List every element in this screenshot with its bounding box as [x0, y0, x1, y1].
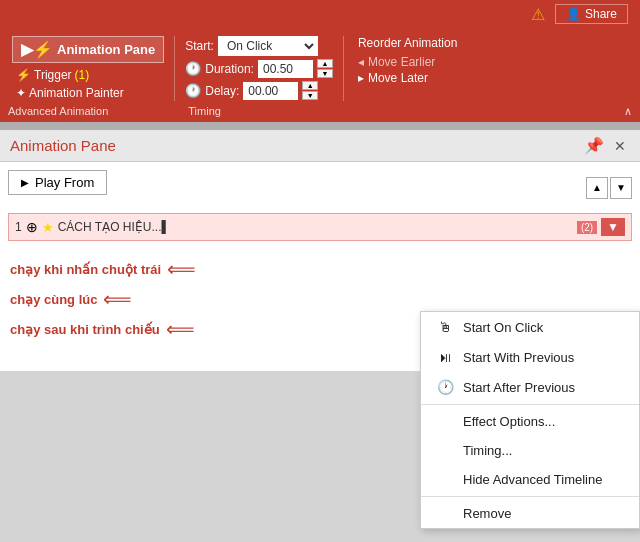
annotation-text-2: chạy cùng lúc — [10, 292, 97, 307]
animation-pane-icon: ▶⚡ — [21, 40, 53, 59]
reorder-title: Reorder Animation — [358, 36, 457, 50]
annotation-row-2: chạy cùng lúc ⟸ — [10, 287, 630, 311]
annotation-arrow-2: ⟸ — [103, 287, 132, 311]
duration-down[interactable]: ▼ — [317, 69, 333, 78]
play-icon: ▶ — [21, 177, 29, 188]
annotation-text-3: chạy sau khi trình chiếu — [10, 322, 160, 337]
start-select[interactable]: On Click — [218, 36, 318, 56]
item-dropdown-button[interactable]: ▼ — [601, 218, 625, 236]
delay-down[interactable]: ▼ — [302, 91, 318, 100]
share-person-icon: 👤 — [566, 7, 581, 21]
menu-hide-timeline-label: Hide Advanced Timeline — [463, 472, 602, 487]
menu-timing-label: Timing... — [463, 443, 512, 458]
annotation-text-1: chạy khi nhấn chuột trái — [10, 262, 161, 277]
move-down-button[interactable]: ▼ — [610, 177, 632, 199]
item-text: CÁCH TẠO HIỆU...▌ — [58, 220, 577, 234]
menu-click-icon: 🖱 — [435, 319, 455, 335]
menu-item-hide-timeline[interactable]: Hide Advanced Timeline — [421, 465, 639, 494]
share-label: Share — [585, 7, 617, 21]
menu-divider-2 — [421, 496, 639, 497]
animation-painter-label: Animation Painter — [29, 86, 124, 100]
delay-label: Delay: — [205, 84, 239, 98]
menu-item-timing[interactable]: Timing... — [421, 436, 639, 465]
move-earlier-icon: ◂ — [358, 55, 364, 69]
annotations-area: chạy khi nhấn chuột trái ⟸ chạy cùng lúc… — [0, 251, 640, 371]
item-badge: (2) — [577, 221, 597, 234]
menu-item-remove[interactable]: Remove — [421, 499, 639, 528]
menu-item-start-with-previous[interactable]: ⏯ Start With Previous — [421, 342, 639, 372]
animation-item: 1 ⊕ ★ CÁCH TẠO HIỆU...▌ (2) ▼ — [8, 213, 632, 241]
move-later-button[interactable]: ▸ Move Later — [358, 70, 428, 86]
reorder-arrows: ▲ ▼ — [586, 177, 632, 199]
close-panel-button[interactable]: ✕ — [610, 138, 630, 154]
delay-icon: 🕐 — [185, 83, 201, 98]
ribbon-divider-1 — [174, 36, 175, 101]
menu-start-after-previous-label: Start After Previous — [463, 380, 575, 395]
app-window: ⚠ 👤 Share ▶⚡ Animation Pane ⚡ Trigger (1… — [0, 0, 640, 542]
section-labels: Advanced Animation Timing ∧ — [0, 105, 640, 122]
menu-with-prev-icon: ⏯ — [435, 349, 455, 365]
animation-painter-button[interactable]: ✦ Animation Painter — [12, 85, 128, 101]
animation-pane-button[interactable]: ▶⚡ Animation Pane — [12, 36, 164, 63]
menu-start-on-click-label: Start On Click — [463, 320, 543, 335]
menu-remove-label: Remove — [463, 506, 511, 521]
move-earlier-button[interactable]: ◂ Move Earlier — [358, 54, 435, 70]
play-from-label: Play From — [35, 175, 94, 190]
delay-up[interactable]: ▲ — [302, 81, 318, 90]
play-from-row: ▶ Play From ▲ ▼ — [8, 170, 632, 205]
panel-title: Animation Pane — [10, 137, 116, 154]
move-earlier-label: Move Earlier — [368, 55, 435, 69]
reorder-section: Reorder Animation ◂ Move Earlier ▸ Move … — [348, 32, 467, 90]
annotation-arrow-1: ⟸ — [167, 257, 196, 281]
animation-pane-section: ▶⚡ Animation Pane ⚡ Trigger (1) ✦ Animat… — [6, 32, 170, 105]
move-later-label: Move Later — [368, 71, 428, 85]
duration-spinner[interactable]: ▲ ▼ — [317, 59, 333, 78]
panel-controls: 📌 ✕ — [584, 136, 630, 155]
start-label: Start: — [185, 39, 214, 53]
animation-pane-label: Animation Pane — [57, 42, 155, 57]
duration-up[interactable]: ▲ — [317, 59, 333, 68]
menu-start-with-previous-label: Start With Previous — [463, 350, 574, 365]
share-button[interactable]: 👤 Share — [555, 4, 628, 24]
play-from-button[interactable]: ▶ Play From — [8, 170, 107, 195]
menu-item-start-after-previous[interactable]: 🕐 Start After Previous — [421, 372, 639, 402]
delay-spinner[interactable]: ▲ ▼ — [302, 81, 318, 100]
pin-icon[interactable]: 📌 — [584, 136, 604, 155]
menu-effect-options-label: Effect Options... — [463, 414, 555, 429]
move-up-button[interactable]: ▲ — [586, 177, 608, 199]
item-number: 1 — [15, 220, 22, 234]
move-later-icon: ▸ — [358, 71, 364, 85]
timing-section: Start: On Click 🕐 Duration: 00.50 ▲ ▼ 🕐 — [179, 32, 339, 104]
trigger-label: Trigger — [34, 68, 72, 82]
annotation-row-1: chạy khi nhấn chuột trái ⟸ — [10, 257, 630, 281]
timing-label: Timing — [188, 105, 221, 118]
ribbon-divider-2 — [343, 36, 344, 101]
item-motion-icon: ⊕ — [26, 219, 38, 235]
menu-divider-1 — [421, 404, 639, 405]
clock-icon: 🕐 — [185, 61, 201, 76]
annotation-arrow-3: ⟸ — [166, 317, 195, 341]
painter-icon: ✦ — [16, 86, 26, 100]
menu-item-start-on-click[interactable]: 🖱 Start On Click — [421, 312, 639, 342]
collapse-button[interactable]: ∧ — [624, 105, 632, 118]
item-star: ★ — [42, 220, 54, 235]
menu-item-effect-options[interactable]: Effect Options... — [421, 407, 639, 436]
trigger-icon: ⚡ — [16, 68, 31, 82]
delay-input[interactable]: 00.00 — [243, 82, 298, 100]
warning-icon: ⚠ — [531, 5, 545, 24]
menu-after-prev-icon: 🕐 — [435, 379, 455, 395]
animation-pane-header: Animation Pane 📌 ✕ — [0, 130, 640, 162]
advanced-animation-label: Advanced Animation — [8, 105, 108, 118]
context-menu: 🖱 Start On Click ⏯ Start With Previous 🕐… — [420, 311, 640, 529]
trigger-button[interactable]: ⚡ Trigger (1) — [12, 67, 93, 83]
animation-pane-body: ▶ Play From ▲ ▼ 1 ⊕ ★ CÁCH TẠO HIỆU...▌ … — [0, 162, 640, 251]
ribbon-border — [0, 122, 640, 130]
duration-label: Duration: — [205, 62, 254, 76]
trigger-number: (1) — [75, 68, 90, 82]
duration-input[interactable]: 00.50 — [258, 60, 313, 78]
